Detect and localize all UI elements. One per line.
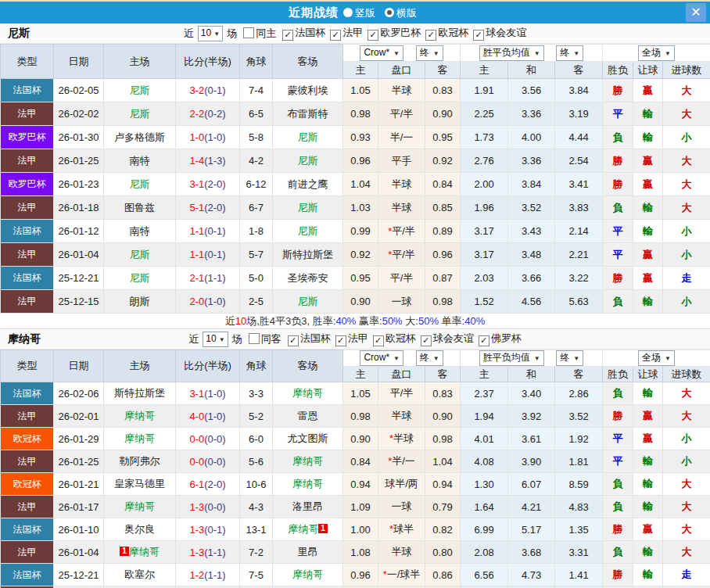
home-team: 尼斯 xyxy=(104,267,176,290)
odds-company-value: Crow* xyxy=(364,352,389,363)
radio-label-vertical[interactable]: 竖版 xyxy=(355,7,375,19)
final-odds-select[interactable]: 终▼ xyxy=(416,350,443,366)
odds-away: 0.85 xyxy=(425,196,461,220)
competition-label: 法国杯 xyxy=(300,332,331,344)
match-result: 勝 xyxy=(603,564,633,586)
home-team: 欧塞尔 xyxy=(104,564,176,586)
same-venue-checkbox[interactable]: 同客 xyxy=(249,332,281,346)
goals-result: 大 xyxy=(663,173,710,196)
odds-home: 0.84 xyxy=(343,450,378,473)
handicap: 平手 xyxy=(378,149,425,173)
match-count-value: 10 xyxy=(206,333,216,344)
avg-draw: 4.73 xyxy=(508,564,555,586)
avg-away: 3.84 xyxy=(555,79,603,102)
radio-label-horizontal[interactable]: 横版 xyxy=(396,7,417,19)
col-avg-home: 主 xyxy=(461,367,508,382)
same-venue-checkbox[interactable]: 同主 xyxy=(243,27,276,41)
layout-radio-horizontal[interactable]: 横版 xyxy=(385,5,421,20)
avg-home: 2.76 xyxy=(461,149,508,173)
unit-label: 场 xyxy=(227,27,237,41)
avg-away: 3.52 xyxy=(555,405,603,428)
score-cell: 2-0(1-0) xyxy=(176,290,240,314)
competition-checkbox[interactable]: ✓佛罗杯 xyxy=(479,332,522,344)
away-team-name: 洛里昂 xyxy=(292,500,323,512)
odds-company-select[interactable]: Crow*▼ xyxy=(360,45,403,61)
match-type-badge: 法国杯 xyxy=(1,79,54,102)
handicap-result: 輸 xyxy=(633,196,663,220)
score-cell: 1-0(1-0) xyxy=(176,126,240,149)
avg-home: 2.00 xyxy=(461,173,508,196)
avg-draw: 4.00 xyxy=(508,126,555,149)
match-date: 26-01-21 xyxy=(54,473,104,496)
avg-away: 3.31 xyxy=(555,541,603,564)
avg-home: 1.91 xyxy=(461,79,508,102)
radio-selected-icon[interactable] xyxy=(385,8,394,17)
close-button[interactable]: ✕ xyxy=(686,3,706,22)
odds-away: 0.79 xyxy=(425,496,461,518)
away-team-name: 里昂 xyxy=(298,546,318,558)
checkbox-icon: ✓ xyxy=(473,30,484,41)
home-team-name: 奥尔良 xyxy=(124,523,155,535)
layout-radio-vertical[interactable]: 竖版 xyxy=(343,5,380,20)
avg-select[interactable]: 胜平负均值▼ xyxy=(479,45,544,61)
halftime-score: (1-1) xyxy=(204,569,225,581)
checkbox-icon: ✓ xyxy=(373,335,384,346)
home-team: 尼斯 xyxy=(104,243,176,267)
avg-select[interactable]: 胜平负均值▼ xyxy=(479,350,544,366)
odds-away: 0.83 xyxy=(425,382,461,405)
checkbox-icon: ✓ xyxy=(421,335,432,346)
avg-home: 4.08 xyxy=(461,450,508,473)
fulltime-score: 1-3 xyxy=(189,501,204,513)
goals-result: 大 xyxy=(663,518,710,541)
avg-final-value: 终 xyxy=(560,47,569,58)
home-team: 尼斯 xyxy=(104,173,176,196)
away-team-name: 尤文图斯 xyxy=(288,432,328,444)
match-result: 勝 xyxy=(603,267,633,290)
handicap: *一/球半 xyxy=(378,564,425,586)
odds-away: 0.98 xyxy=(425,290,461,314)
odds-company-select[interactable]: Crow*▼ xyxy=(360,350,403,366)
home-team: 摩纳哥 xyxy=(104,496,176,518)
corner-count: 7-4 xyxy=(240,79,273,102)
competition-checkbox[interactable]: ✓欧冠杯 xyxy=(425,27,468,38)
match-count-select[interactable]: 10▼ xyxy=(203,332,228,347)
title-bar: 近期战绩 竖版 横版 ✕ xyxy=(0,2,710,23)
match-type-badge: 法国杯 xyxy=(1,220,54,243)
away-team: 圣埃蒂安 xyxy=(273,267,343,290)
competition-checkbox[interactable]: ✓法甲 xyxy=(330,27,363,38)
final-odds-select[interactable]: 终▼ xyxy=(416,45,443,61)
match-row: 欧冠杯26-01-29摩纳哥0-0(0-0)6-0尤文图斯0.90*半球0.98… xyxy=(1,428,710,450)
chevron-down-icon: ▼ xyxy=(573,50,579,57)
match-row: 欧冠杯26-01-21皇家马德里6-1(2-0)10-6摩纳哥0.94球半/两0… xyxy=(1,473,710,496)
match-result: 負 xyxy=(603,382,633,405)
competition-checkbox[interactable]: ✓球会友谊 xyxy=(421,332,474,344)
radio-icon[interactable] xyxy=(343,8,353,17)
match-result: 負 xyxy=(603,196,633,220)
competition-checkbox[interactable]: ✓法国杯 xyxy=(288,332,331,344)
competition-checkbox[interactable]: ✓欧罗巴杯 xyxy=(368,27,421,38)
match-date: 26-01-04 xyxy=(54,243,104,267)
competition-checkbox[interactable]: ✓欧冠杯 xyxy=(373,332,416,344)
match-result: 勝 xyxy=(603,79,633,102)
odds-home: 0.98 xyxy=(343,405,378,428)
handicap-result: 贏 xyxy=(633,79,663,102)
chevron-down-icon: ▼ xyxy=(534,50,540,57)
score-cell: 1-3(0-1) xyxy=(176,518,240,541)
scope-select[interactable]: 全场▼ xyxy=(638,350,675,366)
match-date: 26-02-06 xyxy=(54,382,104,405)
handicap: 半球 xyxy=(378,541,425,564)
match-count-select[interactable]: 10▼ xyxy=(198,26,223,41)
odds-home: 1.05 xyxy=(343,79,378,102)
chevron-down-icon: ▼ xyxy=(433,50,439,57)
avg-final-select[interactable]: 终▼ xyxy=(556,45,583,61)
match-result: 負 xyxy=(603,473,633,496)
scope-select[interactable]: 全场▼ xyxy=(638,45,675,61)
avg-home: 1.94 xyxy=(461,405,508,428)
avg-draw: 3.61 xyxy=(508,428,555,450)
avg-final-select[interactable]: 终▼ xyxy=(556,350,583,366)
competition-checkbox[interactable]: ✓球会友谊 xyxy=(473,27,526,38)
halftime-score: (1-1) xyxy=(204,272,225,284)
competition-checkbox[interactable]: ✓法甲 xyxy=(335,332,368,344)
competition-checkbox[interactable]: ✓法国杯 xyxy=(282,27,325,38)
away-team-name: 尼斯 xyxy=(298,225,318,237)
